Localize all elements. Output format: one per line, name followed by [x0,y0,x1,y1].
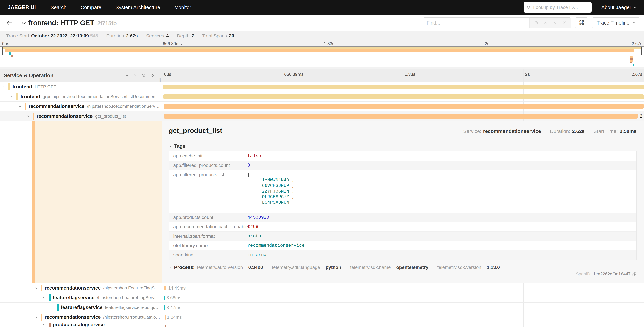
service-color-bar [32,113,34,120]
process-key: telemetry.sdk.version [437,265,481,270]
column-resize-handle[interactable]: ∥ [159,77,161,82]
span-duration-bar[interactable] [163,94,644,99]
expand-all-icon[interactable] [150,73,154,78]
trace-stat-value: 4 [166,33,169,38]
span-duration-bar[interactable] [163,84,644,89]
tag-key: internal.span.format [169,234,248,239]
json-list-item: "2ZYFJ3GM2N", [248,189,295,194]
process-entries: telemetry.auto.version=0.34b0telemetry.s… [196,265,504,270]
span-expand-chevron-icon[interactable] [26,114,30,118]
span-duration-bar[interactable] [164,296,165,300]
span-row-timeline [162,82,644,92]
span-detail-panel: get_product_list Service:recommendations… [162,121,644,283]
tag-row[interactable]: span.kindinternal [169,250,636,260]
tag-row[interactable]: app.filtered_products.count8 [169,161,636,170]
tags-section-label: Tags [174,143,186,149]
topnav-item-system-architecture[interactable]: System Architecture [116,4,160,10]
span-detail-left-gutter [0,121,162,283]
expand-one-icon[interactable] [133,73,138,78]
span-row[interactable]: featureflagservice/hipstershop.FeatureFl… [0,293,644,303]
span-row[interactable]: recommendationservice/hipstershop.Produc… [0,312,644,322]
trace-collapse-chevron-icon[interactable] [21,21,26,26]
service-name: recommendationservice [28,104,84,109]
tag-row[interactable]: otel.library.namerecommendationservice [169,241,636,250]
span-expand-chevron-icon[interactable] [34,286,38,290]
topnav-item-search[interactable]: Search [50,4,66,10]
span-expand-chevron-icon[interactable] [10,95,14,98]
json-string: "OLJCESPC7Z" [259,194,292,200]
service-name: frontend [12,84,32,90]
span-row-timeline [162,92,644,102]
tag-key: otel.library.name [169,243,248,248]
ruler-tick: 0μs [2,41,9,46]
trace-stat-value: 20 [229,33,234,38]
trace-id-lookup[interactable] [524,2,592,12]
process-entry: telemetry.auto.version=0.34b0 [196,265,268,270]
span-duration-bar[interactable] [164,114,638,118]
process-row[interactable]: Process: telemetry.auto.version=0.34b0te… [169,264,636,270]
span-row-left: featureflagservicefeatureflagservice.rep… [0,303,162,312]
back-button[interactable] [0,20,19,26]
process-value: 0.34b0 [248,265,263,270]
timeline-ruler: 0μs666.89ms1.33s2s2.67s [162,69,644,82]
span-row[interactable]: recommendationserviceget_product_list2.6… [0,111,644,121]
ruler-tick: 0μs [164,72,171,77]
span-duration-bar[interactable] [165,315,166,320]
span-row[interactable]: productcatalogservice [0,322,644,327]
operation-name: get_product_list [95,114,126,119]
operation-name: grpc.hipstershop.RecommendationService/L… [43,94,160,99]
detail-meta-label: Duration: [550,128,570,134]
span-expand-chevron-icon[interactable] [42,323,46,327]
topnav-item-monitor[interactable]: Monitor [174,4,191,10]
trace-stat-label: Duration [106,33,124,38]
span-id-label: SpanID: [576,272,592,277]
span-expand-chevron-icon[interactable] [42,296,46,300]
span-row[interactable]: recommendationservice/hipstershop.Recomm… [0,102,644,111]
tag-row[interactable]: app.products.count44530923 [169,213,636,222]
about-jaeger-menu[interactable]: About Jaeger [601,4,636,10]
service-name: recommendationservice [36,114,93,119]
span-expand-chevron-icon[interactable] [34,316,38,319]
json-bracket: [ [248,172,295,178]
tag-row[interactable]: app.cache_hitfalse [169,152,636,161]
span-row[interactable]: frontendHTTP GET [0,82,644,92]
span-duration-bar[interactable] [164,286,166,290]
trace-id-lookup-input[interactable] [533,4,589,10]
indent-guide [29,121,29,283]
span-duration-label: 1.04ms [167,314,182,320]
tag-row[interactable]: internal.span.formatproto [169,232,636,241]
trace-page-header: frontend: HTTP GET 2f715fb ⌘ [0,15,644,31]
minimap-span-band [630,56,633,58]
indent-guide [4,102,5,111]
collapse-all-icon[interactable] [142,73,146,78]
topnav-item-compare[interactable]: Compare [80,4,101,10]
minimap-left-drag-handle[interactable] [2,47,3,55]
tags-section-toggle[interactable]: Tags [169,143,636,149]
span-duration-bar[interactable] [164,104,644,109]
span-expand-chevron-icon[interactable] [2,85,6,89]
trace-view-selector[interactable]: Trace Timeline [592,18,640,28]
tag-row[interactable]: app.filtered_products.list["1YMWWN1N4O",… [169,170,636,213]
trace-minimap[interactable] [0,46,644,67]
collapse-one-icon[interactable] [125,73,129,78]
span-row-timeline [162,102,644,111]
span-row[interactable]: recommendationservice/hipstershop.Featur… [0,283,644,293]
span-duration-bar[interactable] [165,325,166,327]
span-duration-bar[interactable] [164,305,165,310]
span-row[interactable]: featureflagservicefeatureflagservice.rep… [0,303,644,312]
span-names: recommendationserviceget_product_list [36,111,160,121]
about-jaeger-label: About Jaeger [601,4,631,10]
span-rows-above-detail: frontendHTTP GETfrontendgrpc.hipstershop… [0,82,644,121]
indent-guide [37,293,37,302]
keyboard-shortcuts-button[interactable]: ⌘ [575,18,588,28]
span-detail-meta: Service:recommendationserviceDuration:2.… [463,128,636,134]
minimap-span-band [5,49,634,52]
span-expand-chevron-icon[interactable] [18,104,22,108]
minimap-right-drag-handle[interactable] [641,47,642,55]
deep-link-icon[interactable] [632,272,636,276]
tag-value-text: 8 [248,163,250,168]
find-input[interactable] [423,18,529,28]
app-brand[interactable]: JAEGER UI [8,4,36,10]
span-row[interactable]: frontendgrpc.hipstershop.RecommendationS… [0,92,644,102]
tag-row[interactable]: app.recommendation.cache_enabledtrue [169,222,636,232]
